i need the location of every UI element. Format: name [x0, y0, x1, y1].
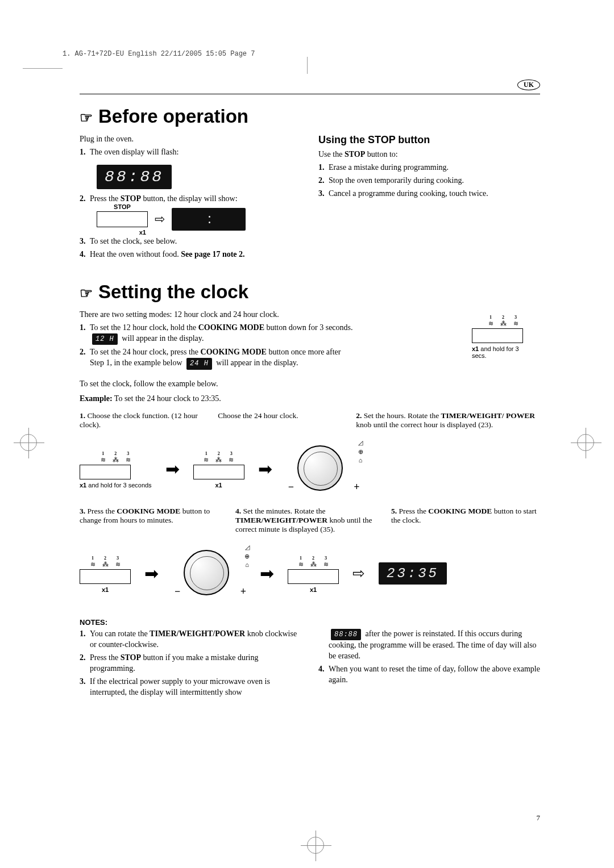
section-title-clock: ☞ Setting the clock — [80, 281, 540, 303]
clock-follow: To set the clock, follow the example bel… — [80, 379, 540, 390]
step-2: 2. Set the hours. Rotate the TIMER/WEIGH… — [356, 411, 540, 429]
step-5: 5. Press the COOKING MODE button to star… — [391, 507, 540, 525]
mode-button-step5: 1≋2⁂3≋ x1 — [288, 554, 339, 593]
note-2: 2.Press the STOP button if you make a mi… — [80, 653, 301, 674]
before-item-2: 2.Press the STOP button, the display wil… — [80, 194, 301, 205]
arrow-right-icon: ⇨ — [155, 212, 165, 227]
stop-item-2: 2.Stop the oven temporarily during cooki… — [318, 176, 540, 186]
region-badge: UK — [517, 80, 540, 90]
stop-intro: Use the STOP button to: — [318, 149, 540, 160]
stop-section-title: Using the STOP button — [318, 134, 540, 146]
step-4: 4. Set the minutes. Rotate the TIMER/WEI… — [235, 507, 384, 534]
timer-knob-step4: ◿⊕⌂ − + — [172, 542, 246, 604]
timer-knob-step2: ◿⊕⌂ − + — [286, 437, 360, 500]
mode-button-step1: 1≋2⁂3≋ x1 x1 and hold for 3 secondsand h… — [80, 449, 152, 489]
lcd-display-colon — [172, 208, 246, 231]
note-3-part1: 3.If the electrical power supply to your… — [80, 677, 301, 698]
plug-in-text: Plug in the oven. — [80, 134, 301, 145]
clock-example: Example: To set the 24 hour clock to 23:… — [80, 394, 540, 404]
arrow-right-icon: ⇨ — [352, 565, 365, 582]
stop-button-graphic: STOP x1 — [97, 211, 148, 227]
lcd-badge-flash: 88:88 — [331, 629, 361, 640]
lcd-badge-12h: 12 H — [92, 333, 118, 345]
arrow-icon: ➡ — [144, 564, 159, 583]
mode-button-step3: 1≋2⁂3≋ x1 — [80, 554, 131, 593]
arrow-icon: ➡ — [165, 459, 180, 479]
hand-pointer-icon: ☞ — [80, 285, 93, 302]
clock-intro: There are two setting modes: 12 hour clo… — [80, 310, 455, 320]
clock-mode-24: 2.To set the 24 hour clock, press the CO… — [80, 347, 455, 369]
lcd-display-flash: 88:88 — [97, 165, 172, 189]
print-header: 1. AG-71+72D-EU English 22/11/2005 15:05… — [63, 50, 255, 58]
page-number: 7 — [537, 813, 541, 823]
before-item-3: 3.To set the clock, see below. — [80, 236, 301, 247]
note-3-part2: 88:88 after the power is reinstated. If … — [318, 629, 540, 662]
mode-button-step1b: 1≋2⁂3≋ x1 — [193, 449, 244, 489]
section-title-before: ☞ Before operation — [80, 106, 540, 127]
stop-item-3: 3.Cancel a programme during cooking, tou… — [318, 189, 540, 199]
arrow-icon: ➡ — [260, 564, 274, 583]
note-1: 1.You can rotate the TIMER/WEIGHT/POWER … — [80, 629, 301, 650]
notes-header: NOTES: — [80, 618, 540, 627]
before-item-4: 4.Heat the oven without food. See page 1… — [80, 249, 301, 260]
step-1: 1. Choose the clock function. (12 hour c… — [80, 411, 211, 429]
stop-item-1: 1.Erase a mistake during programming. — [318, 162, 540, 173]
lcd-badge-24h: 24 H — [186, 358, 212, 369]
step-1b: Choose the 24 hour clock. — [218, 411, 349, 420]
step-3: 3. Press the COOKING MODE button to chan… — [80, 507, 229, 525]
arrow-icon: ➡ — [258, 459, 272, 479]
lcd-display-final: 23:35 — [379, 562, 447, 585]
before-item-1: 1.The oven display will flash: — [80, 147, 301, 158]
cooking-mode-button-side: 1≋ 2⁂ 3≋ x1 x1 and hold for 3 secs.and h… — [472, 313, 534, 359]
note-4: 4.When you want to reset the time of day… — [318, 664, 540, 686]
clock-mode-12: 1.To set the 12 hour clock, hold the COO… — [80, 323, 455, 345]
hand-pointer-icon: ☞ — [80, 109, 93, 127]
